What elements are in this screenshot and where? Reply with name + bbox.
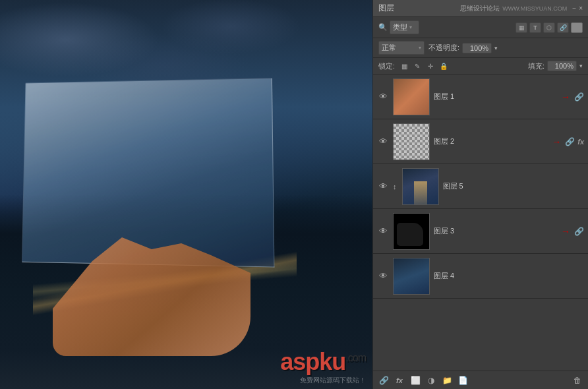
- panel-header: 图层 思绪设计论坛 WWW.MISSYUAN.COM − ×: [373, 0, 588, 17]
- layer-link-icon[interactable]: 🔗: [574, 227, 584, 236]
- filter-shape-btn[interactable]: ⬡: [543, 22, 555, 33]
- fill-label: 填充:: [528, 61, 544, 71]
- layer-visibility-toggle[interactable]: 👁: [377, 181, 389, 193]
- thumb-layer4-bg: [394, 258, 429, 294]
- layer-name: 图层 1: [434, 92, 557, 102]
- layer-visibility-toggle[interactable]: 👁: [377, 270, 389, 282]
- layer-fx-icon[interactable]: fx: [577, 138, 584, 146]
- layer-name: 图层 3: [434, 226, 557, 236]
- thumb-layer5-bg: [403, 169, 438, 204]
- site-url: WWW.MISSYUAN.COM: [502, 5, 567, 12]
- filter-left: 🔍 类型 ▾: [378, 20, 513, 34]
- layer-info: 图层 4: [434, 271, 580, 281]
- layer-arrow-icon: →: [561, 226, 570, 237]
- photo-overlay: [22, 78, 274, 268]
- layer-name: 图层 4: [434, 271, 580, 281]
- layer-info: 图层 5: [443, 181, 581, 191]
- layer-visibility-toggle[interactable]: 👁: [377, 136, 389, 148]
- blend-mode-row: 正常 ▾ 不透明度: 100% ▾: [373, 38, 588, 58]
- layer-visibility-toggle[interactable]: 👁: [377, 225, 389, 237]
- canvas-area: aspku.com 免费网站源码下载站！: [0, 0, 372, 389]
- layer-info: 图层 3: [434, 226, 557, 236]
- minimize-button[interactable]: −: [572, 5, 576, 12]
- new-layer-button[interactable]: 📄: [456, 374, 469, 387]
- site-label: 思绪设计论坛: [460, 4, 500, 13]
- panel-bottom-toolbar: 🔗 fx ⬜ ◑ 📁 📄 🗑: [373, 371, 588, 389]
- layer-name: 图层 2: [434, 136, 548, 146]
- watermark-logo: aspku.com: [280, 348, 366, 376]
- close-button[interactable]: ×: [579, 5, 583, 12]
- thumb-layer1-bg: [394, 79, 429, 115]
- layer-extra-icon: ↕: [393, 183, 397, 191]
- lock-label: 锁定:: [378, 61, 395, 71]
- layer-thumbnail: [393, 213, 430, 250]
- opacity-arrow: ▾: [494, 45, 498, 51]
- lock-icons: ▦ ✎ ✛ 🔒: [399, 61, 449, 71]
- add-fx-button[interactable]: fx: [393, 374, 406, 387]
- thumb-layer3-shape: [397, 223, 423, 246]
- layer-name: 图层 5: [443, 181, 581, 191]
- photo-overlay-inner: [22, 78, 274, 268]
- layer-item[interactable]: 👁 图层 1 → 🔗: [373, 75, 588, 119]
- layers-panel: 图层 思绪设计论坛 WWW.MISSYUAN.COM − × 🔍 类型 ▾ ▦ …: [372, 0, 588, 389]
- layer-visibility-toggle[interactable]: 👁: [377, 91, 389, 103]
- watermark-subtitle: 免费网站源码下载站！: [300, 376, 366, 385]
- layer-thumbnail: [393, 78, 430, 115]
- add-mask-button[interactable]: ⬜: [409, 374, 422, 387]
- thumb-layer3-bg: [394, 214, 429, 249]
- layer-actions: → 🔗: [561, 226, 584, 237]
- delete-layer-button[interactable]: 🗑: [571, 374, 584, 387]
- filter-type-btn[interactable]: T: [529, 22, 541, 33]
- layer-link-icon[interactable]: 🔗: [565, 137, 575, 146]
- opacity-input[interactable]: 100%: [462, 43, 492, 53]
- fill-row: 填充: 100% ▾: [528, 61, 583, 71]
- fill-input[interactable]: 100%: [547, 61, 577, 71]
- filter-color-btn[interactable]: [571, 22, 583, 33]
- layer-item[interactable]: 👁 ↕ 图层 5: [373, 164, 588, 209]
- layer-thumbnail: [393, 123, 430, 160]
- blend-mode-select[interactable]: 正常 ▾: [378, 41, 425, 55]
- thumb-layer5-road: [414, 181, 427, 204]
- opacity-row: 不透明度: 100% ▾: [428, 43, 583, 53]
- filter-bar: 🔍 类型 ▾ ▦ T ⬡ 🔗: [373, 17, 588, 38]
- layer-item[interactable]: 👁 图层 4: [373, 254, 588, 299]
- layer-thumbnail: [402, 168, 439, 205]
- lock-draw-btn[interactable]: ✎: [412, 61, 423, 71]
- opacity-label: 不透明度:: [428, 43, 459, 53]
- filter-smart-btn[interactable]: 🔗: [557, 22, 569, 33]
- layer-item[interactable]: 👁 图层 2 → 🔗 fx: [373, 119, 588, 164]
- lock-row: 锁定: ▦ ✎ ✛ 🔒 填充: 100% ▾: [373, 58, 588, 75]
- layer-arrow-icon: →: [552, 136, 561, 147]
- layer-thumbnail: [393, 258, 430, 295]
- filter-pixel-btn[interactable]: ▦: [515, 22, 527, 33]
- layer-arrow-icon: →: [561, 92, 570, 102]
- layer-info: 图层 2: [434, 136, 548, 146]
- layer-group-button[interactable]: 📁: [440, 374, 454, 387]
- layer-actions: → 🔗 fx: [552, 136, 584, 147]
- link-layers-button[interactable]: 🔗: [377, 374, 390, 387]
- filter-icon: 🔍: [378, 23, 388, 32]
- lock-pixel-btn[interactable]: ▦: [399, 61, 409, 71]
- lock-move-btn[interactable]: ✛: [425, 61, 436, 71]
- adjustment-layer-button[interactable]: ◑: [425, 374, 438, 387]
- layer-info: 图层 1: [434, 92, 557, 102]
- fill-arrow: ▾: [579, 63, 583, 69]
- layer-item[interactable]: 👁 图层 3 → 🔗: [373, 209, 588, 254]
- layers-list: 👁 图层 1 → 🔗 👁 图层 2 → 🔗 f: [373, 75, 588, 371]
- filter-type-dropdown[interactable]: 类型 ▾: [390, 20, 419, 34]
- panel-header-right: 思绪设计论坛 WWW.MISSYUAN.COM − ×: [460, 4, 583, 13]
- layer-link-icon[interactable]: 🔗: [574, 92, 584, 102]
- blend-mode-arrow: ▾: [419, 45, 421, 51]
- dropdown-arrow: ▾: [409, 24, 412, 30]
- layer-actions: → 🔗: [561, 92, 584, 102]
- lock-all-btn[interactable]: 🔒: [438, 61, 449, 71]
- thumb-layer2-bg: [394, 124, 429, 160]
- panel-title: 图层: [378, 3, 394, 14]
- filter-icons: ▦ T ⬡ 🔗: [515, 22, 583, 33]
